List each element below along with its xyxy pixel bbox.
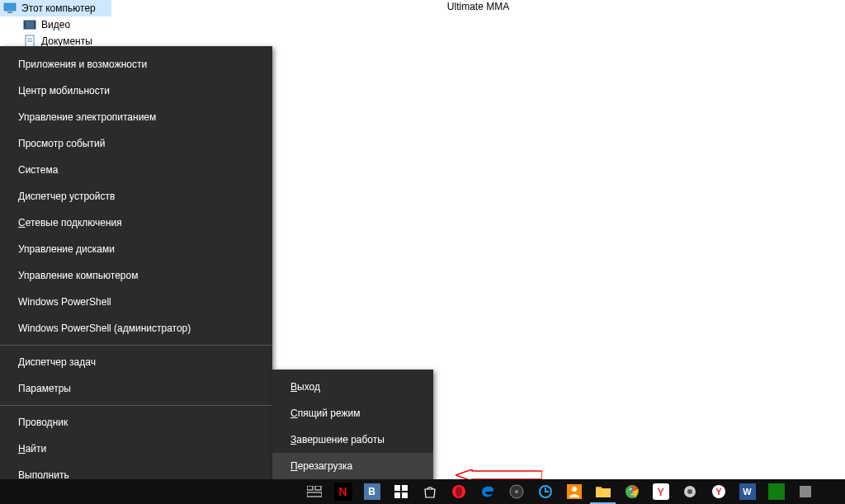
taskbar-store[interactable]	[386, 479, 415, 504]
menu-item-network-connections[interactable]: Сетевые подключения	[0, 210, 272, 236]
menu-item-apps-features[interactable]: Приложения и возможности	[0, 51, 272, 78]
taskbar-vk[interactable]: В	[357, 479, 386, 504]
taskbar-file-explorer[interactable]	[588, 479, 617, 504]
svg-rect-14	[402, 492, 408, 498]
submenu-item-restart[interactable]: Перезагрузка	[272, 453, 433, 479]
taskbar-yandex[interactable]: Y	[646, 479, 675, 504]
edge-icon	[479, 483, 496, 500]
svg-point-26	[687, 489, 692, 494]
menu-item-power-options[interactable]: Управление электропитанием	[0, 104, 272, 130]
svg-rect-11	[394, 485, 400, 491]
taskbar-opera[interactable]	[444, 479, 473, 504]
taskbar-task-view[interactable]	[300, 479, 328, 504]
app-icon	[797, 483, 814, 500]
taskbar-edge[interactable]	[473, 479, 502, 504]
svg-rect-13	[394, 492, 400, 498]
svg-rect-2	[24, 21, 35, 29]
submenu-item-sleep[interactable]: Спящий режим	[272, 400, 433, 426]
tree-item-label: Этот компьютер	[21, 2, 96, 14]
media-player-icon	[508, 483, 525, 500]
menu-item-task-manager[interactable]: Диспетчер задач	[0, 349, 272, 375]
svg-rect-8	[307, 486, 313, 490]
svg-rect-1	[7, 12, 12, 13]
tree-item-this-pc[interactable]: Этот компьютер	[0, 0, 111, 16]
window-title: Ultimate MMA	[111, 0, 845, 16]
yandex-browser-icon: Y	[710, 483, 727, 500]
yandex-icon: Y	[653, 483, 669, 500]
taskbar-chrome[interactable]	[617, 479, 646, 504]
menu-separator	[0, 345, 272, 346]
monitor-icon	[3, 2, 17, 15]
shopping-bag-icon	[422, 483, 438, 500]
nav-tree: Этот компьютер Видео Документы	[0, 0, 111, 49]
menu-item-powershell[interactable]: Windows PowerShell	[0, 289, 272, 315]
taskbar-app-green[interactable]	[762, 479, 791, 504]
svg-rect-12	[402, 485, 408, 491]
svg-rect-29	[800, 486, 811, 497]
taskbar: N В Y Y W	[0, 479, 845, 504]
svg-rect-9	[315, 486, 321, 490]
menu-item-mobility-center[interactable]: Центр мобильности	[0, 78, 272, 104]
svg-rect-0	[4, 3, 16, 11]
menu-item-explorer[interactable]: Проводник	[0, 409, 272, 436]
menu-item-disk-management[interactable]: Управление дисками	[0, 236, 272, 262]
menu-item-system[interactable]: Система	[0, 157, 272, 183]
folder-icon	[595, 483, 611, 500]
menu-item-powershell-admin[interactable]: Windows PowerShell (администратор)	[0, 315, 272, 341]
word-icon: W	[739, 483, 756, 500]
menu-item-event-viewer[interactable]: Просмотр событий	[0, 130, 272, 157]
svg-text:Y: Y	[715, 487, 722, 497]
netflix-icon: N	[334, 483, 352, 501]
taskbar-shopping[interactable]	[415, 479, 444, 504]
app-icon	[768, 483, 785, 500]
taskbar-people[interactable]	[559, 479, 588, 504]
svg-rect-3	[24, 21, 26, 29]
taskbar-yandex-browser[interactable]: Y	[704, 479, 733, 504]
svg-point-18	[515, 490, 518, 493]
chrome-icon	[624, 483, 640, 500]
menu-item-computer-management[interactable]: Управление компьютером	[0, 262, 272, 289]
vk-icon: В	[364, 483, 380, 500]
taskbar-app-gray[interactable]	[791, 479, 819, 504]
shutdown-submenu: Выход Спящий режим Завершение работы Пер…	[272, 370, 433, 483]
taskbar-update[interactable]	[531, 479, 559, 504]
store-icon	[393, 483, 409, 500]
taskbar-settings-app[interactable]	[675, 479, 704, 504]
settings-icon	[682, 483, 698, 500]
svg-rect-4	[34, 21, 35, 29]
menu-separator	[0, 405, 272, 406]
menu-item-settings[interactable]: Параметры	[0, 375, 272, 402]
tree-item-video[interactable]: Видео	[0, 16, 111, 33]
svg-rect-10	[307, 492, 322, 497]
winx-context-menu: Приложения и возможности Центр мобильнос…	[0, 46, 272, 504]
svg-point-21	[572, 487, 577, 492]
video-icon	[23, 18, 36, 31]
tree-item-label: Документы	[41, 35, 92, 47]
update-icon	[537, 483, 554, 500]
submenu-item-signout[interactable]: Выход	[272, 374, 433, 400]
taskbar-word[interactable]: W	[733, 479, 762, 504]
taskbar-netflix[interactable]: N	[328, 479, 357, 504]
submenu-item-shutdown[interactable]: Завершение работы	[272, 426, 433, 453]
opera-icon	[451, 483, 467, 500]
taskbar-media[interactable]	[502, 479, 531, 504]
people-icon	[566, 483, 583, 500]
task-view-icon	[306, 483, 323, 500]
menu-item-search[interactable]: Найти	[0, 436, 272, 462]
menu-item-device-manager[interactable]: Диспетчер устройств	[0, 183, 272, 210]
tree-item-label: Видео	[41, 19, 70, 31]
svg-point-16	[456, 487, 462, 497]
